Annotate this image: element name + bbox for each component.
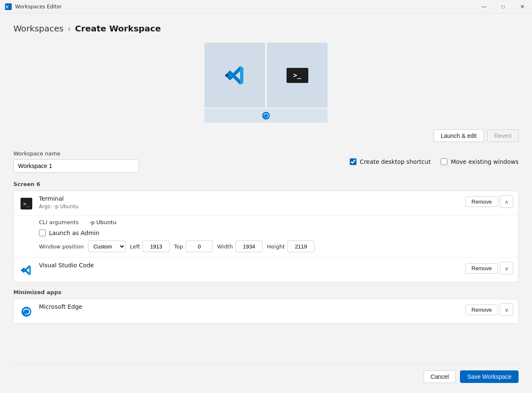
breadcrumb-current: Create Workspace	[75, 23, 161, 34]
left-label: Left	[130, 243, 140, 250]
window-controls: — □ ✕	[474, 0, 532, 13]
terminal-expand-button[interactable]	[500, 195, 513, 208]
breadcrumb-parent[interactable]: Workspaces	[13, 23, 64, 34]
vscode-chevron-down-icon	[505, 265, 509, 271]
maximize-button[interactable]: □	[493, 0, 513, 13]
edge-icon-container	[19, 304, 34, 319]
footer: Cancel Save Workspace	[13, 363, 519, 383]
vscode-remove-button[interactable]: Remove	[465, 263, 498, 274]
vscode-icon-container	[19, 263, 34, 278]
edge-expand-button[interactable]	[500, 303, 513, 316]
preview-vscode-window	[204, 43, 265, 108]
title-bar: W Workspaces Editor — □ ✕	[0, 0, 532, 13]
app-icon: W	[5, 3, 12, 10]
preview-container: >_	[204, 42, 328, 123]
terminal-chevron-up-icon	[505, 198, 509, 205]
edge-app-item: Microsoft Edge Remove	[14, 299, 518, 323]
terminal-preview-icon: >_	[287, 68, 308, 83]
terminal-app-args: Args: -p Ubuntu	[39, 204, 465, 209]
cli-args-row: CLI arguments -p Ubuntu	[39, 219, 513, 225]
terminal-app-item: >_ Terminal Args: -p Ubuntu Remove CLI a…	[14, 191, 518, 258]
window-position-row: Window position Custom Default Left Top	[39, 240, 513, 252]
save-workspace-button[interactable]: Save Workspace	[460, 370, 519, 383]
vscode-app-name: Visual Studio Code	[39, 262, 465, 269]
width-input[interactable]	[235, 240, 263, 252]
top-input[interactable]	[186, 240, 213, 252]
terminal-icon-container: >_	[19, 196, 34, 211]
edge-icon	[21, 306, 32, 318]
vscode-app-controls: Remove	[465, 262, 513, 274]
terminal-remove-button[interactable]: Remove	[465, 196, 498, 207]
height-label: Height	[267, 243, 285, 250]
vscode-icon	[21, 264, 32, 276]
preview-terminal-window: >_	[267, 43, 328, 108]
edge-minimized-icon	[261, 111, 271, 120]
svg-marker-4	[240, 66, 243, 85]
cli-args-label: CLI arguments	[39, 219, 85, 225]
launch-admin-row: Launch as Admin	[39, 230, 513, 236]
cancel-button[interactable]: Cancel	[424, 370, 456, 383]
svg-point-6	[262, 112, 270, 119]
vscode-app-info: Visual Studio Code	[39, 262, 465, 269]
width-label: Width	[217, 243, 233, 250]
left-input[interactable]	[142, 240, 170, 252]
terminal-details: CLI arguments -p Ubuntu Launch as Admin …	[14, 216, 518, 258]
main-content: Workspaces › Create Workspace	[0, 13, 532, 393]
action-row: Launch & edit Revert	[13, 129, 519, 142]
screen-app-list: >_ Terminal Args: -p Ubuntu Remove CLI a…	[13, 191, 519, 282]
vscode-app-item: Visual Studio Code Remove	[14, 258, 518, 282]
terminal-app-info: Terminal Args: -p Ubuntu	[39, 195, 465, 209]
edge-app-info: Microsoft Edge	[39, 303, 465, 310]
title-bar-left: W Workspaces Editor	[5, 3, 62, 10]
minimized-apps-section: Minimized apps Microsoft Edge Remove	[13, 289, 519, 329]
terminal-app-row: >_ Terminal Args: -p Ubuntu Remove	[14, 191, 518, 216]
create-shortcut-checkbox[interactable]	[350, 158, 356, 165]
close-button[interactable]: ✕	[513, 0, 532, 13]
workspace-name-row: Workspace name Create desktop shortcut M…	[13, 150, 519, 173]
window-title: Workspaces Editor	[15, 4, 62, 10]
top-label: Top	[174, 243, 183, 250]
create-shortcut-row: Create desktop shortcut	[350, 158, 431, 165]
edge-chevron-down-icon	[505, 306, 509, 313]
width-field-group: Width	[217, 240, 263, 252]
screen-section-header: Screen 6	[13, 181, 519, 187]
create-shortcut-label: Create desktop shortcut	[360, 158, 431, 165]
svg-text:W: W	[6, 5, 9, 9]
workspace-name-label: Workspace name	[13, 150, 139, 157]
workspace-options: Create desktop shortcut Move existing wi…	[350, 158, 519, 165]
move-windows-row: Move existing windows	[441, 158, 519, 165]
breadcrumb: Workspaces › Create Workspace	[13, 23, 519, 34]
edge-remove-button[interactable]: Remove	[465, 305, 498, 315]
breadcrumb-separator: ›	[68, 24, 71, 33]
terminal-app-controls: Remove	[465, 195, 513, 208]
vscode-preview-icon	[224, 65, 246, 86]
preview-area: >_	[13, 42, 519, 123]
vscode-expand-button[interactable]	[500, 262, 513, 274]
window-position-label: Window position	[39, 243, 84, 250]
workspace-name-left: Workspace name	[13, 150, 139, 173]
height-field-group: Height	[267, 240, 315, 252]
terminal-app-name: Terminal	[39, 195, 465, 202]
terminal-icon: >_	[21, 198, 32, 209]
move-windows-label: Move existing windows	[451, 158, 519, 165]
edge-app-name: Microsoft Edge	[39, 303, 465, 310]
minimize-button[interactable]: —	[474, 0, 493, 13]
revert-button[interactable]: Revert	[487, 129, 519, 142]
cli-args-value: -p Ubuntu	[89, 219, 116, 225]
top-field-group: Top	[174, 240, 213, 252]
launch-admin-checkbox[interactable]	[39, 230, 46, 236]
window-position-select[interactable]: Custom Default	[88, 240, 126, 252]
minimized-section-header: Minimized apps	[13, 289, 519, 295]
preview-minimized-bar	[204, 109, 328, 123]
minimized-app-list: Microsoft Edge Remove	[13, 299, 519, 324]
launch-edit-button[interactable]: Launch & edit	[434, 129, 484, 142]
edge-app-controls: Remove	[465, 303, 513, 316]
move-windows-checkbox[interactable]	[441, 158, 447, 165]
preview-windows: >_	[204, 42, 328, 109]
workspace-name-input[interactable]	[13, 159, 139, 173]
launch-admin-label: Launch as Admin	[49, 230, 99, 236]
svg-marker-9	[29, 265, 31, 275]
left-field-group: Left	[130, 240, 170, 252]
height-input[interactable]	[287, 240, 315, 252]
